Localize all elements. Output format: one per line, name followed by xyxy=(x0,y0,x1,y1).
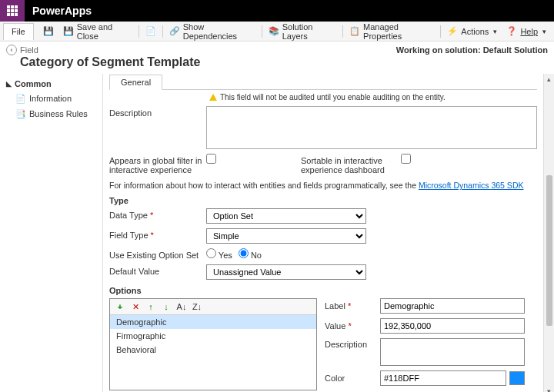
option-desc-textarea[interactable] xyxy=(380,338,525,366)
option-label-input[interactable] xyxy=(380,298,525,314)
show-deps-label: Show Dependencies xyxy=(183,22,255,41)
rules-icon: 📑 xyxy=(15,108,26,119)
scrollbar[interactable]: ▴ ▾ xyxy=(543,74,554,392)
solution-layers-button[interactable]: 📚 Solution Layers xyxy=(264,21,341,42)
breadcrumb: Field xyxy=(20,45,38,55)
tab-general[interactable]: General xyxy=(109,75,162,90)
appears-filter-label: Appears in global filter in interactive … xyxy=(109,154,206,174)
context-bar: ‹ Field Working on solution: Default Sol… xyxy=(0,42,554,55)
data-type-label: Data Type xyxy=(109,208,206,220)
page-icon: 📄 xyxy=(145,26,156,37)
option-item[interactable]: Firmographic xyxy=(110,329,316,343)
data-type-select[interactable]: Option Set xyxy=(206,208,366,224)
use-existing-yes[interactable]: Yes xyxy=(206,248,232,260)
actions-icon: ⚡ xyxy=(447,26,458,37)
file-tab[interactable]: File xyxy=(3,23,34,40)
help-label: Help xyxy=(520,27,538,36)
move-down-icon[interactable]: ↓ xyxy=(161,301,172,312)
app-launcher[interactable] xyxy=(0,0,25,22)
delete-icon[interactable]: ✕ xyxy=(130,301,141,312)
save-close-button[interactable]: 💾 Save and Close xyxy=(58,21,137,42)
field-type-label: Field Type xyxy=(109,228,206,240)
default-value-select[interactable]: Unassigned Value xyxy=(206,264,366,280)
dependencies-icon: 🔗 xyxy=(169,26,180,37)
save-close-label: Save and Close xyxy=(77,22,132,41)
option-item[interactable]: Demographic xyxy=(110,315,316,329)
topbar: PowerApps xyxy=(0,0,554,22)
solution-layers-label: Solution Layers xyxy=(282,22,336,41)
scroll-down-icon[interactable]: ▾ xyxy=(546,387,553,392)
properties-icon: 📋 xyxy=(349,26,360,37)
separator xyxy=(138,25,139,38)
actions-label: Actions xyxy=(461,27,489,36)
separator xyxy=(440,25,441,38)
option-item[interactable]: Behavioral xyxy=(110,343,316,357)
default-value-label: Default Value xyxy=(109,264,206,276)
appears-filter-checkbox[interactable] xyxy=(206,154,216,164)
separator xyxy=(342,25,343,38)
sortable-label: Sortable in interactive experience dashb… xyxy=(301,154,401,174)
solution-context: Working on solution: Default Solution xyxy=(396,45,548,55)
option-color-input[interactable] xyxy=(380,370,506,386)
options-list: Demographic Firmographic Behavioral xyxy=(110,315,316,390)
option-label-label: Label xyxy=(325,301,380,311)
waffle-icon xyxy=(7,5,18,16)
help-icon: ❓ xyxy=(506,26,517,37)
add-icon[interactable]: + xyxy=(115,301,125,312)
sdk-info: For information about how to interact wi… xyxy=(109,181,537,190)
sortable-checkbox[interactable] xyxy=(401,154,411,164)
left-nav: ◣ Common 📄 Information 📑 Business Rules xyxy=(0,74,103,392)
separator xyxy=(162,25,163,38)
help-button[interactable]: ❓ Help ▾ xyxy=(502,25,551,38)
tab-row: General xyxy=(109,74,537,90)
options-list-panel: + ✕ ↑ ↓ A↓ Z↓ Demographic Firmographic B… xyxy=(109,298,317,390)
nav-section-common[interactable]: ◣ Common xyxy=(0,77,102,91)
managed-properties-button[interactable]: 📋 Managed Properties xyxy=(345,21,439,42)
use-existing-no[interactable]: No xyxy=(239,248,262,260)
color-swatch[interactable] xyxy=(509,371,525,385)
show-dependencies-button[interactable]: 🔗 Show Dependencies xyxy=(165,21,260,42)
warning-icon xyxy=(209,94,217,101)
field-type-select[interactable]: Simple xyxy=(206,228,366,244)
back-icon[interactable]: ‹ xyxy=(6,45,17,55)
option-color-label: Color xyxy=(325,374,380,383)
sort-desc-icon[interactable]: Z↓ xyxy=(192,301,202,312)
chevron-down-icon: ▾ xyxy=(542,28,546,35)
description-label: Description xyxy=(109,106,206,118)
managed-props-label: Managed Properties xyxy=(363,22,434,41)
chevron-down-icon: ▾ xyxy=(493,28,497,35)
options-toolbar: + ✕ ↑ ↓ A↓ Z↓ xyxy=(110,299,316,315)
save-close-icon: 💾 xyxy=(63,26,74,37)
section-options: Options xyxy=(109,286,537,295)
nav-business-rules[interactable]: 📑 Business Rules xyxy=(0,106,102,121)
use-existing-label: Use Existing Option Set xyxy=(109,248,206,260)
form-area: General This field will not be audited u… xyxy=(103,74,543,392)
form-icon: 📄 xyxy=(15,93,26,104)
icon-button[interactable]: 📄 xyxy=(141,25,161,38)
separator xyxy=(262,25,262,38)
nav-information[interactable]: 📄 Information xyxy=(0,91,102,106)
section-type: Type xyxy=(109,196,537,205)
command-bar: File 💾 💾 Save and Close 📄 🔗 Show Depende… xyxy=(0,22,554,42)
page-title: Category of Segment Template xyxy=(0,55,554,74)
scroll-thumb[interactable] xyxy=(546,175,552,326)
actions-menu[interactable]: ⚡ Actions ▾ xyxy=(442,25,502,38)
chevron-icon: ◣ xyxy=(6,80,12,88)
save-button[interactable]: 💾 xyxy=(38,25,58,38)
scroll-up-icon[interactable]: ▴ xyxy=(546,75,553,83)
save-icon: 💾 xyxy=(43,26,54,37)
sdk-link[interactable]: Microsoft Dynamics 365 SDK xyxy=(419,181,524,190)
brand: PowerApps xyxy=(32,5,92,17)
option-desc-label: Description xyxy=(325,338,380,349)
sort-asc-icon[interactable]: A↓ xyxy=(176,301,187,312)
move-up-icon[interactable]: ↑ xyxy=(145,301,156,312)
audit-warning: This field will not be audited until you… xyxy=(209,93,537,101)
option-detail-panel: Label Value Description Color xyxy=(325,298,525,390)
layers-icon: 📚 xyxy=(269,26,279,37)
description-textarea[interactable] xyxy=(206,106,537,149)
option-value-label: Value xyxy=(325,321,380,331)
option-value-input[interactable] xyxy=(380,318,525,334)
